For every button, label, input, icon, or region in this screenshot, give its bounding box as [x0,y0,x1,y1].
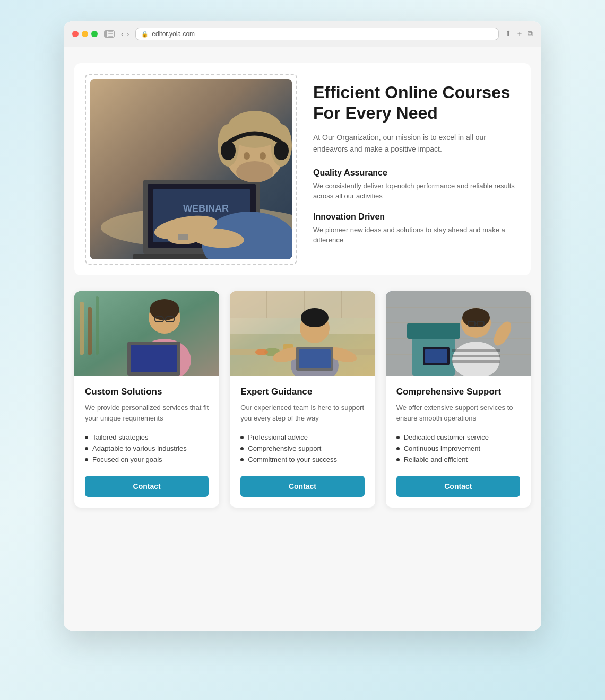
card-image-1 [74,291,219,376]
svg-text:WEBINAR: WEBINAR [183,203,229,214]
svg-rect-27 [80,302,84,355]
svg-rect-37 [131,345,177,372]
cards-section: Custom Solutions We provide personalized… [74,291,531,508]
close-button[interactable] [72,31,79,37]
card-3-title: Comprehensive Support [396,387,520,397]
svg-rect-2 [108,33,113,34]
feature-innovation-title: Innovation Driven [313,212,515,222]
browser-bar: ‹ › 🔒 editor.yola.com ⬆ ＋ ⧉ [64,21,541,47]
list-item: Tailored strategies [85,432,209,443]
feature-quality-assurance: Quality Assurance We consistently delive… [313,168,515,202]
bullet-icon [85,447,88,450]
card-3-body: Comprehensive Support We offer extensive… [386,376,531,508]
svg-rect-56 [299,349,331,368]
browser-window: ‹ › 🔒 editor.yola.com ⬆ ＋ ⧉ [64,21,541,631]
bullet-icon [396,447,400,450]
card-comprehensive-support: Comprehensive Support We offer extensive… [386,291,531,508]
svg-rect-73 [452,360,500,363]
feature-quality-desc: We consistently deliver top-notch perfor… [313,181,515,202]
bullet-icon [396,436,400,439]
feature-innovation-driven: Innovation Driven We pioneer new ideas a… [313,212,515,246]
list-item-text: Tailored strategies [92,433,149,441]
lock-icon: 🔒 [141,31,149,38]
svg-rect-1 [108,31,113,32]
card-1-desc: We provide personalized services that fi… [85,402,209,423]
back-button[interactable]: ‹ [121,30,124,38]
maximize-button[interactable] [91,31,98,37]
list-item-text: Commitment to your success [248,456,337,463]
svg-rect-25 [178,234,188,240]
card-2-title: Expert Guidance [240,387,364,397]
card-2-contact-button[interactable]: Contact [240,476,364,497]
bullet-icon [85,436,88,439]
bullet-icon [240,458,244,461]
feature-innovation-desc: We pioneer new ideas and solutions to st… [313,225,515,246]
card-3-desc: We offer extensive support services to e… [396,402,520,423]
bullet-icon [396,458,400,461]
card-expert-guidance: Expert Guidance Our experienced team is … [230,291,375,508]
add-tab-icon[interactable]: ＋ [516,29,523,39]
svg-rect-3 [108,36,113,37]
traffic-lights [72,31,98,37]
card-1-body: Custom Solutions We provide personalized… [74,376,219,508]
list-item-text: Dedicated customer service [404,433,489,441]
svg-point-20 [274,141,289,160]
card-custom-solutions: Custom Solutions We provide personalized… [74,291,219,508]
list-item: Dedicated customer service [396,432,520,443]
list-item-text: Continuous improvement [404,444,481,452]
sidebar-toggle-button[interactable] [104,30,115,38]
svg-rect-28 [88,307,92,355]
url-text: editor.yola.com [152,30,195,38]
card-3-list: Dedicated customer service Continuous im… [396,432,520,465]
svg-rect-72 [452,355,500,357]
address-bar[interactable]: 🔒 editor.yola.com [135,28,499,40]
browser-action-buttons: ⬆ ＋ ⧉ [505,29,533,39]
svg-rect-64 [407,323,460,339]
browser-navigation: ‹ › [121,30,129,38]
list-item: Commitment to your success [240,454,364,465]
list-item-text: Focused on your goals [92,456,162,463]
bullet-icon [85,458,88,461]
browser-content: WEBINAR Live Session [64,47,541,631]
hero-image: WEBINAR Live Session [90,79,292,259]
svg-point-19 [221,141,236,160]
card-2-desc: Our experienced team is here to support … [240,402,364,423]
svg-rect-0 [105,31,107,37]
card-3-contact-button[interactable]: Contact [396,476,520,497]
minimize-button[interactable] [82,31,88,37]
card-image-3 [386,291,531,376]
card-2-list: Professional advice Comprehensive suppor… [240,432,364,465]
svg-point-31 [150,299,179,320]
card-1-list: Tailored strategies Adaptable to various… [85,432,209,465]
card-2-body: Expert Guidance Our experienced team is … [230,376,375,508]
svg-point-16 [244,152,250,160]
hero-section: WEBINAR Live Session [74,63,531,275]
hero-subtitle: At Our Organization, our mission is to e… [313,132,515,155]
card-image-2 [230,291,375,376]
list-item-text: Professional advice [248,433,308,441]
hero-image-wrapper: WEBINAR Live Session [90,79,292,259]
svg-point-51 [301,308,329,327]
list-item: Continuous improvement [396,443,520,454]
bullet-icon [240,447,244,450]
list-item: Adaptable to various industries [85,443,209,454]
list-item: Focused on your goals [85,454,209,465]
hero-title: Efficient Online Courses For Every Need [313,82,515,123]
svg-point-48 [255,349,268,355]
feature-quality-title: Quality Assurance [313,168,515,178]
svg-point-17 [260,152,266,160]
list-item-text: Adaptable to various industries [92,444,187,452]
extensions-icon[interactable]: ⧉ [528,29,533,39]
svg-rect-29 [96,296,99,355]
list-item: Reliable and efficient [396,454,520,465]
list-item: Professional advice [240,432,364,443]
bullet-icon [240,436,244,439]
list-item-text: Comprehensive support [248,444,321,452]
forward-button[interactable]: › [127,30,129,38]
share-icon[interactable]: ⬆ [505,29,512,39]
card-1-contact-button[interactable]: Contact [85,476,209,497]
svg-rect-71 [452,349,500,352]
svg-rect-76 [425,349,447,363]
svg-point-66 [462,308,490,327]
hero-text-content: Efficient Online Courses For Every Need … [313,82,515,256]
